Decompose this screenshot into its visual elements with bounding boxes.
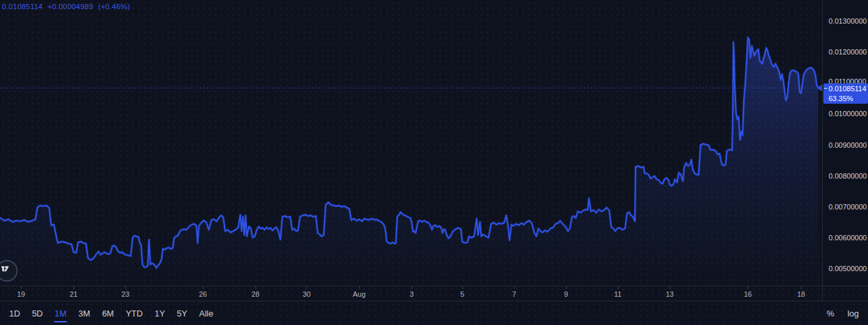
time-axis-label: 18 xyxy=(797,290,805,298)
range-button-5y[interactable]: 5Y xyxy=(176,307,188,320)
current-change-percent: 63.35% xyxy=(829,94,868,104)
range-button-3m[interactable]: 3M xyxy=(77,307,91,320)
price-tag-dash xyxy=(824,88,827,89)
log-scale-button[interactable]: log xyxy=(848,309,859,318)
time-axis-label: 23 xyxy=(121,290,129,298)
time-tick-mark xyxy=(21,286,22,289)
time-tick-mark xyxy=(359,286,360,289)
price-axis-label: 0.01000000 xyxy=(829,110,867,118)
current-price-value: 0.01085114 xyxy=(829,84,868,94)
range-button-alle[interactable]: Alle xyxy=(198,307,214,320)
range-button-5d[interactable]: 5D xyxy=(32,307,44,320)
time-axis-label: 26 xyxy=(199,290,207,298)
time-axis-label: 9 xyxy=(564,290,568,298)
range-button-1m[interactable]: 1M xyxy=(54,307,67,320)
time-tick-mark xyxy=(307,286,307,289)
time-axis-label: 16 xyxy=(744,290,752,298)
time-tick-mark xyxy=(203,286,204,289)
time-tick-mark xyxy=(566,286,567,289)
chart-window: 0.01085114 +0.00004989 (+0.46%) 0.005000… xyxy=(0,0,868,325)
price-axis-label: 0.01300000 xyxy=(829,17,867,25)
time-tick-mark xyxy=(462,286,463,289)
price-line-chart xyxy=(0,0,822,286)
area-fill xyxy=(0,37,818,286)
time-axis-label: Aug xyxy=(353,290,366,298)
time-axis-label: 7 xyxy=(512,290,516,298)
price-axis-label: 0.00700000 xyxy=(829,203,867,211)
price-axis-label: 0.00900000 xyxy=(829,141,867,149)
time-axis-label: 30 xyxy=(303,290,311,298)
time-tick-mark xyxy=(74,286,74,289)
stat-last-price: 0.01085114 xyxy=(2,3,43,11)
time-tick-mark xyxy=(670,286,670,289)
time-axis-label: 11 xyxy=(614,290,621,298)
range-button-1d[interactable]: 1D xyxy=(9,307,21,320)
bottom-toolbar: 1D5D1M3M6MYTD1Y5YAlle %log xyxy=(0,301,868,325)
price-axis-label: 0.00500000 xyxy=(829,265,867,272)
price-axis[interactable]: 0.005000000.006000000.007000000.00800000… xyxy=(823,0,868,301)
symbol-stats: 0.01085114 +0.00004989 (+0.46%) xyxy=(2,3,133,11)
time-tick-mark xyxy=(255,286,256,289)
time-axis-label: 28 xyxy=(251,290,259,298)
price-axis-label: 0.01200000 xyxy=(829,48,867,56)
time-axis-label: 3 xyxy=(410,290,414,298)
price-axis-label: 0.00600000 xyxy=(829,234,867,242)
time-tick-mark xyxy=(748,286,749,289)
time-axis-label: 13 xyxy=(666,290,674,298)
range-button-6m[interactable]: 6M xyxy=(101,307,114,320)
percent-scale-button[interactable]: % xyxy=(827,309,835,318)
tradingview-logo-icon xyxy=(0,261,12,276)
time-axis-label: 5 xyxy=(460,290,464,298)
stat-change: +0.00004989 xyxy=(47,3,93,11)
time-tick-mark xyxy=(618,286,618,289)
time-axis[interactable]: 192123262830Aug357911131618 xyxy=(0,286,868,301)
time-axis-label: 19 xyxy=(17,290,25,298)
price-axis-label: 0.00800000 xyxy=(829,172,867,180)
chart-plot-area[interactable]: 0.01085114 +0.00004989 (+0.46%) xyxy=(0,0,822,286)
current-price-tag: 0.01085114 63.35% xyxy=(823,83,868,104)
range-button-1y[interactable]: 1Y xyxy=(154,307,165,320)
time-tick-mark xyxy=(125,286,126,289)
scale-switcher: %log xyxy=(814,309,868,318)
time-axis-label: 21 xyxy=(70,290,77,298)
time-tick-mark xyxy=(514,286,515,289)
price-axis-border xyxy=(822,0,823,301)
date-range-switcher: 1D5D1M3M6MYTD1Y5YAlle xyxy=(0,307,225,320)
time-tick-mark xyxy=(801,286,802,289)
stat-change-percent: (+0.46%) xyxy=(98,3,130,11)
time-tick-mark xyxy=(412,286,412,289)
range-button-ytd[interactable]: YTD xyxy=(125,307,143,320)
